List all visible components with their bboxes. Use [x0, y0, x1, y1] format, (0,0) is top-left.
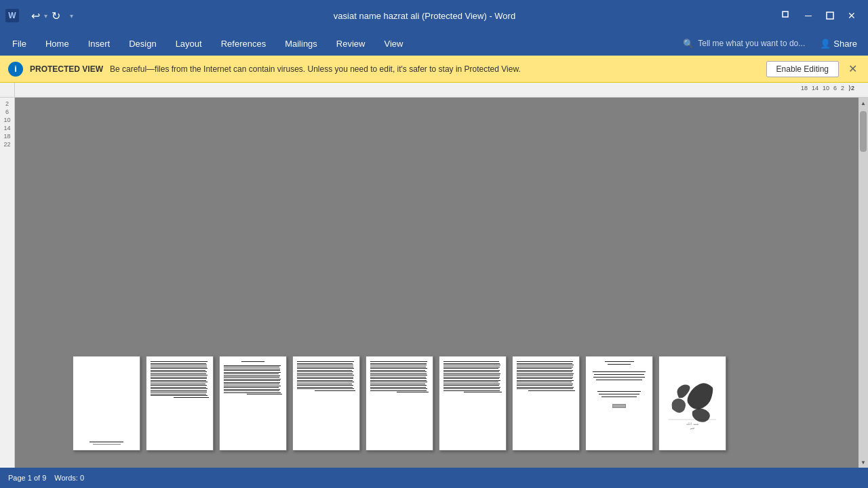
menu-view[interactable]: View [374, 31, 412, 56]
redo-button[interactable]: ↻ [49, 8, 63, 24]
page-content-2 [146, 357, 213, 450]
page-thumb-6[interactable] [439, 356, 507, 451]
menu-review[interactable]: Review [327, 31, 375, 56]
page-content-6 [439, 357, 506, 450]
share-label: Share [833, 39, 857, 49]
scroll-down-icon: ▼ [861, 460, 866, 466]
page-thumb-4[interactable] [292, 356, 360, 451]
enable-editing-button[interactable]: Enable Editing [766, 61, 839, 77]
scroll-down-button[interactable]: ▼ [859, 457, 868, 468]
top-ruler: 18 14 10 6 2 ⟩2 [0, 83, 868, 98]
protected-view-message: Be careful—files from the Internet can c… [110, 64, 760, 74]
word-icon: W [5, 9, 19, 22]
page-thumbnails-row: بسم الله ختم [73, 356, 726, 451]
menu-insert[interactable]: Insert [79, 31, 120, 56]
scroll-thumb[interactable] [860, 111, 867, 152]
status-bar: Page 1 of 9 Words: 0 [0, 468, 868, 488]
protected-close-button[interactable]: ✕ [846, 62, 860, 75]
page-thumb-9[interactable]: بسم الله ختم [658, 356, 726, 451]
left-ruler: 2 6 10 14 18 22 [0, 98, 15, 468]
menu-home[interactable]: Home [36, 31, 79, 56]
page-content-5 [366, 357, 433, 450]
page-content-3 [220, 357, 286, 450]
menu-layout[interactable]: Layout [166, 31, 212, 56]
title-bar: W ↩ ▾ ↻ ▾ vasiat name hazrat ali (Protec… [0, 0, 868, 31]
window-title: vasiat name hazrat ali (Protected View) … [73, 11, 776, 21]
ruler-numbers: 18 14 10 6 2 ⟩2 [801, 85, 854, 92]
vertical-scrollbar[interactable]: ▲ ▼ [859, 98, 868, 468]
page-thumb-7[interactable] [512, 356, 580, 451]
page-info: Page 1 of 9 [8, 474, 46, 482]
undo-dropdown[interactable]: ▾ [44, 12, 47, 20]
maximize-button[interactable] [819, 5, 841, 26]
scroll-up-icon: ▲ [861, 100, 866, 106]
share-button[interactable]: 👤 Share [812, 31, 865, 56]
window-controls: ─ ✕ [776, 5, 863, 26]
document-area: بسم الله ختم [15, 98, 859, 468]
protected-view-label: PROTECTED VIEW [30, 64, 103, 74]
undo-redo-group: ↩ ▾ ↻ [28, 8, 63, 24]
svg-rect-1 [827, 12, 833, 19]
page-thumb-8[interactable] [585, 356, 653, 451]
page-thumb-3[interactable] [219, 356, 287, 451]
app-window: W ↩ ▾ ↻ ▾ vasiat name hazrat ali (Protec… [0, 0, 868, 488]
menu-file[interactable]: File [3, 31, 36, 56]
page-content-4 [293, 357, 359, 450]
calligraphy-svg: بسم الله [665, 378, 719, 425]
undo-button[interactable]: ↩ [28, 8, 43, 24]
doc-view: 2 6 10 14 18 22 [0, 98, 868, 468]
main-content: 18 14 10 6 2 ⟩2 2 6 10 14 18 22 [0, 83, 868, 468]
page-thumb-2[interactable] [146, 356, 214, 451]
protected-view-bar: i PROTECTED VIEW Be careful—files from t… [0, 56, 868, 83]
word-count: Words: 0 [54, 474, 84, 482]
ruler-corner [0, 83, 15, 97]
minimize-button[interactable]: ─ [797, 5, 819, 26]
menu-references[interactable]: References [212, 31, 275, 56]
close-button[interactable]: ✕ [841, 5, 863, 26]
menu-mailings[interactable]: Mailings [275, 31, 327, 56]
page-thumb-1[interactable] [73, 356, 140, 451]
calligraphy-caption: ختم [690, 426, 694, 430]
share-icon: 👤 [820, 39, 831, 49]
search-placeholder[interactable]: Tell me what you want to do... [698, 39, 805, 48]
page-content-8 [586, 357, 652, 450]
scroll-up-button[interactable]: ▲ [859, 98, 868, 108]
protected-icon: i [8, 62, 23, 77]
menu-design[interactable]: Design [119, 31, 165, 56]
svg-rect-0 [783, 12, 788, 17]
title-bar-left: W ↩ ▾ ↻ ▾ [5, 8, 73, 24]
menu-search-area: 🔍 Tell me what you want to do... [676, 31, 812, 56]
restore-down-button[interactable] [776, 5, 797, 26]
page-content-7 [513, 357, 579, 450]
page-thumb-5[interactable] [366, 356, 433, 451]
menu-bar: File Home Insert Design Layout Reference… [0, 31, 868, 56]
search-icon: 🔍 [683, 39, 694, 49]
svg-text:بسم الله: بسم الله [686, 422, 698, 425]
